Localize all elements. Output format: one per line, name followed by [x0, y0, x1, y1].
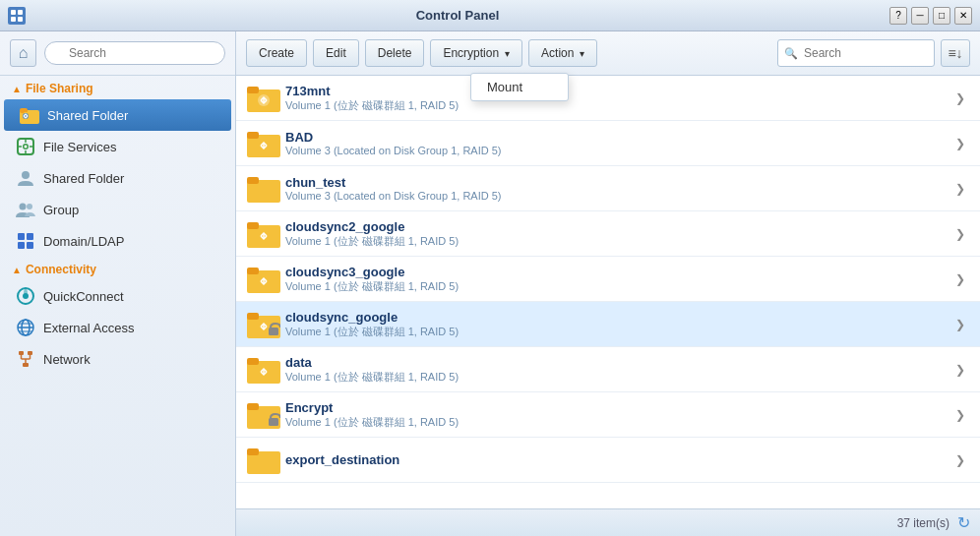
sidebar-search-wrapper: 🔍 [44, 41, 225, 65]
file-icon-bad [246, 130, 281, 157]
window-title: Control Panel [26, 8, 889, 23]
expand-cloudsync2[interactable]: ❯ [950, 227, 970, 241]
domain-icon [16, 231, 35, 251]
help-button[interactable]: ? [889, 7, 907, 25]
table-row[interactable]: Encrypt Volume 1 (位於 磁碟群組 1, RAID 5) ❯ [236, 392, 980, 438]
file-name-bad: BAD [285, 130, 950, 145]
file-icon-chun-test [246, 175, 281, 203]
table-row[interactable]: export_destination ❯ [236, 438, 980, 483]
svg-rect-57 [247, 358, 259, 365]
svg-rect-1 [18, 10, 23, 15]
toolbar-search-input[interactable] [777, 39, 935, 67]
sidebar-item-label-network: Network [43, 352, 91, 367]
table-row[interactable]: cloudsync_google Volume 1 (位於 磁碟群組 1, RA… [236, 302, 980, 347]
external-access-icon [16, 318, 35, 337]
svg-point-15 [22, 171, 30, 179]
create-button[interactable]: Create [246, 39, 307, 67]
sidebar-home: ⌂ 🔍 [0, 31, 235, 76]
sort-button[interactable]: ≡↓ [941, 39, 970, 67]
app-icon [8, 7, 26, 25]
file-info-chun-test: chun_test Volume 3 (Located on Disk Grou… [281, 175, 950, 202]
svg-rect-55 [269, 328, 278, 335]
file-icon-export [246, 447, 281, 474]
file-info-cloudsync3: cloudsync3_google Volume 1 (位於 磁碟群組 1, R… [281, 265, 950, 294]
file-list: 713mnt Volume 1 (位於 磁碟群組 1, RAID 5) ❯ [236, 76, 980, 508]
expand-chun-test[interactable]: ❯ [950, 182, 970, 196]
file-info-export: export_destination [281, 452, 950, 467]
table-row[interactable]: BAD Volume 3 (Located on Disk Group 1, R… [236, 121, 980, 166]
svg-point-10 [25, 146, 28, 149]
file-info-encrypt: Encrypt Volume 1 (位於 磁碟群組 1, RAID 5) [281, 400, 950, 430]
encryption-button[interactable]: Encryption [430, 39, 522, 67]
svg-rect-53 [247, 313, 259, 320]
sidebar-item-file-services[interactable]: File Services [0, 131, 235, 162]
expand-713mnt[interactable]: ❯ [950, 91, 970, 105]
file-name-encrypt: Encrypt [285, 400, 950, 415]
expand-bad[interactable]: ❯ [950, 137, 970, 150]
sidebar-item-group[interactable]: Group [0, 194, 235, 225]
refresh-button[interactable]: ↻ [957, 513, 970, 532]
sidebar-item-network[interactable]: Network [0, 343, 235, 375]
file-sub-cloudsync2: Volume 1 (位於 磁碟群組 1, RAID 5) [285, 234, 950, 249]
status-bar: 37 item(s) ↻ [236, 508, 980, 536]
sidebar-item-label-external-access: External Access [43, 321, 135, 335]
section-toggle-connectivity[interactable]: ▲ [12, 265, 22, 275]
sidebar-item-domain-ldap[interactable]: Domain/LDAP [0, 225, 235, 257]
section-toggle-file-sharing[interactable]: ▲ [12, 84, 22, 94]
file-name-export: export_destination [285, 452, 950, 467]
action-button[interactable]: Action [528, 39, 597, 67]
file-services-icon [16, 137, 35, 156]
svg-rect-50 [247, 268, 259, 274]
table-row[interactable]: chun_test Volume 3 (Located on Disk Grou… [236, 166, 980, 211]
svg-point-16 [20, 204, 27, 210]
expand-data[interactable]: ❯ [950, 363, 970, 377]
mount-item[interactable]: Mount [471, 74, 568, 100]
file-name-cloudsync2: cloudsync2_google [285, 219, 950, 234]
close-button[interactable]: ✕ [954, 7, 972, 25]
expand-encrypt[interactable]: ❯ [950, 408, 970, 422]
window-controls[interactable]: ? ─ □ ✕ [889, 7, 972, 25]
sidebar-item-external-access[interactable]: External Access [0, 312, 235, 343]
expand-cloudsync[interactable]: ❯ [950, 318, 970, 331]
file-icon-data [246, 356, 281, 384]
edit-button[interactable]: Edit [313, 39, 359, 67]
file-name-cloudsync3: cloudsync3_google [285, 265, 950, 279]
expand-export[interactable]: ❯ [950, 453, 970, 467]
file-sub-bad: Volume 3 (Located on Disk Group 1, RAID … [285, 145, 950, 156]
sidebar-search-input[interactable] [44, 41, 225, 65]
delete-button[interactable]: Delete [365, 39, 425, 67]
home-button[interactable]: ⌂ [10, 39, 36, 67]
expand-cloudsync3[interactable]: ❯ [950, 272, 970, 286]
section-file-sharing: ▲ File Sharing [0, 76, 235, 99]
file-info-data: data Volume 1 (位於 磁碟群組 1, RAID 5) [281, 355, 950, 385]
file-icon-713mnt [246, 85, 281, 112]
file-icon-cloudsync [246, 311, 281, 338]
toolbar: Create Edit Delete Encryption Action 🔍 ≡… [236, 31, 980, 76]
file-sub-data: Volume 1 (位於 磁碟群組 1, RAID 5) [285, 370, 950, 385]
table-row[interactable]: cloudsync2_google Volume 1 (位於 磁碟群組 1, R… [236, 211, 980, 257]
maximize-button[interactable]: □ [933, 7, 950, 25]
svg-rect-30 [28, 351, 32, 355]
section-label-connectivity: Connectivity [26, 263, 96, 276]
table-row[interactable]: data Volume 1 (位於 磁碟群組 1, RAID 5) ❯ [236, 347, 980, 392]
sidebar-item-shared-folder[interactable]: Shared Folder [4, 99, 231, 131]
table-row[interactable]: 713mnt Volume 1 (位於 磁碟群組 1, RAID 5) ❯ [236, 76, 980, 121]
item-count: 37 item(s) [897, 516, 949, 530]
svg-rect-0 [11, 10, 16, 15]
file-sub-chun-test: Volume 3 (Located on Disk Group 1, RAID … [285, 190, 950, 202]
shared-folder-icon [20, 105, 39, 125]
sidebar-item-user[interactable]: Shared Folder [0, 162, 235, 194]
network-icon [16, 349, 35, 369]
main-container: ⌂ 🔍 ▲ File Sharing Shared [0, 31, 980, 536]
svg-rect-29 [19, 351, 24, 355]
table-row[interactable]: cloudsync3_google Volume 1 (位於 磁碟群組 1, R… [236, 257, 980, 302]
sidebar-item-label-shared-folder: Shared Folder [47, 108, 128, 123]
sidebar-item-quickconnect[interactable]: QuickConnect [0, 280, 235, 312]
sidebar-item-label-user: Shared Folder [43, 171, 124, 186]
group-icon [16, 200, 35, 219]
file-name-data: data [285, 355, 950, 370]
minimize-button[interactable]: ─ [911, 7, 929, 25]
svg-rect-42 [247, 132, 259, 139]
file-icon-cloudsync3 [246, 266, 281, 293]
content-area: Create Edit Delete Encryption Action 🔍 ≡… [236, 31, 980, 536]
